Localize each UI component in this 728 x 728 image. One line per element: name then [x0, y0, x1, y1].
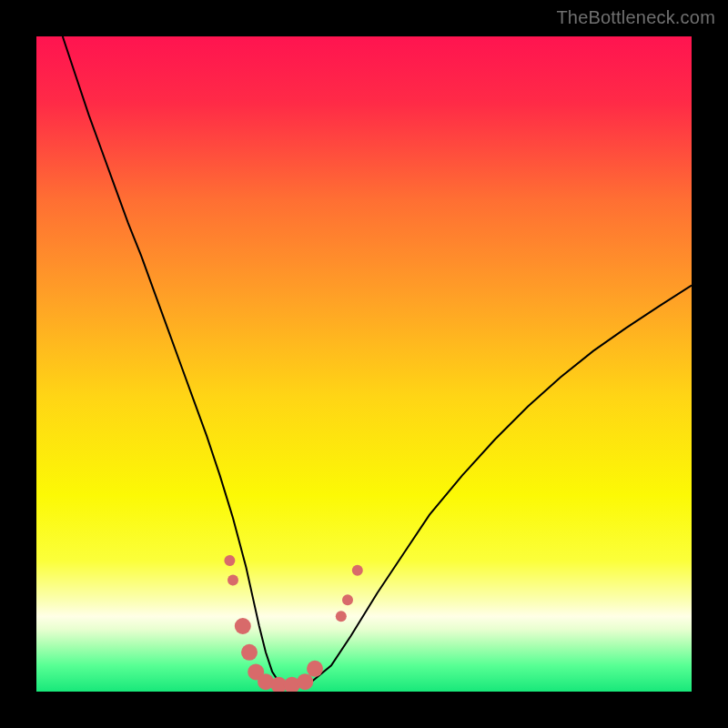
- marker-point: [235, 618, 251, 634]
- marker-point: [241, 644, 258, 661]
- curve-layer: [36, 36, 692, 692]
- marker-point: [228, 575, 238, 586]
- marker-point: [352, 565, 363, 576]
- watermark-text: TheBottleneck.com: [556, 7, 715, 28]
- chart-frame: TheBottleneck.com: [0, 0, 728, 728]
- marker-point: [342, 594, 353, 605]
- marker-group: [224, 555, 362, 692]
- marker-point: [224, 555, 235, 566]
- bottleneck-curve: [63, 36, 692, 685]
- marker-point: [297, 673, 313, 690]
- marker-point: [307, 661, 323, 677]
- marker-point: [336, 611, 347, 622]
- plot-area: [36, 36, 692, 692]
